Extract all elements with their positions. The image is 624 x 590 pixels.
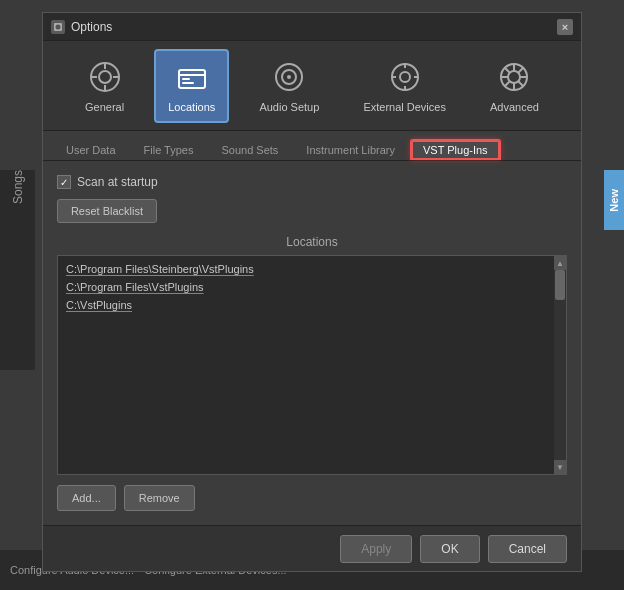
add-remove-row: Add... Remove xyxy=(57,485,567,511)
toolbar-item-external-devices[interactable]: External Devices xyxy=(349,49,460,123)
list-item[interactable]: C:\Program Files\VstPlugins xyxy=(62,278,562,296)
tab-file-types[interactable]: File Types xyxy=(131,139,207,160)
toolbar-label-general: General xyxy=(85,101,124,113)
svg-point-22 xyxy=(508,71,520,83)
svg-line-28 xyxy=(519,81,524,86)
scroll-thumb[interactable] xyxy=(555,270,565,300)
reset-blacklist-button[interactable]: Reset Blacklist xyxy=(57,199,157,223)
svg-point-3 xyxy=(99,71,111,83)
title-bar-title: Options xyxy=(71,20,557,34)
locations-header: Locations xyxy=(57,233,567,251)
locations-section: Locations C:\Program Files\Steinberg\Vst… xyxy=(57,233,567,475)
title-bar-icon xyxy=(51,20,65,34)
svg-rect-10 xyxy=(182,78,190,80)
list-item[interactable]: C:\VstPlugins xyxy=(62,296,562,314)
list-item[interactable]: C:\Program Files\Steinberg\VstPlugins xyxy=(62,260,562,278)
scroll-down-arrow[interactable]: ▼ xyxy=(554,460,566,474)
content-area: Scan at startup Reset Blacklist Location… xyxy=(43,161,581,525)
add-button[interactable]: Add... xyxy=(57,485,116,511)
ok-button[interactable]: OK xyxy=(420,535,479,563)
tab-user-data[interactable]: User Data xyxy=(53,139,129,160)
toolbar-item-general[interactable]: General xyxy=(71,49,138,123)
svg-point-14 xyxy=(287,75,291,79)
icon-toolbar: General Locations xyxy=(43,41,581,131)
locations-list[interactable]: C:\Program Files\Steinberg\VstPlugins C:… xyxy=(57,255,567,475)
svg-rect-11 xyxy=(182,82,194,84)
svg-line-30 xyxy=(505,81,510,86)
svg-point-1 xyxy=(56,24,61,29)
toolbar-item-locations[interactable]: Locations xyxy=(154,49,229,123)
svg-line-29 xyxy=(519,67,524,72)
audio-setup-icon xyxy=(271,59,307,95)
tab-sound-sets[interactable]: Sound Sets xyxy=(208,139,291,160)
scan-at-startup-row: Scan at startup xyxy=(57,175,567,189)
toolbar-item-advanced[interactable]: Advanced xyxy=(476,49,553,123)
tab-bar: User Data File Types Sound Sets Instrume… xyxy=(43,131,581,161)
toolbar-label-advanced: Advanced xyxy=(490,101,539,113)
toolbar-label-audio-setup: Audio Setup xyxy=(259,101,319,113)
tab-vst-plugins[interactable]: VST Plug-Ins xyxy=(410,139,501,160)
external-devices-icon xyxy=(387,59,423,95)
remove-button[interactable]: Remove xyxy=(124,485,195,511)
scan-at-startup-label: Scan at startup xyxy=(77,175,158,189)
toolbar-label-locations: Locations xyxy=(168,101,215,113)
sidebar-label: Songs xyxy=(11,170,25,214)
svg-point-20 xyxy=(400,72,410,82)
scroll-up-arrow[interactable]: ▲ xyxy=(554,256,566,270)
new-button[interactable]: New xyxy=(604,170,624,230)
sidebar: Songs xyxy=(0,170,35,370)
apply-button[interactable]: Apply xyxy=(340,535,412,563)
close-button[interactable]: × xyxy=(557,19,573,35)
toolbar-label-external-devices: External Devices xyxy=(363,101,446,113)
button-row: Apply OK Cancel xyxy=(43,525,581,571)
locations-icon xyxy=(174,59,210,95)
scrollbar[interactable]: ▲ ▼ xyxy=(554,256,566,474)
general-icon xyxy=(87,59,123,95)
options-dialog: Options × General xyxy=(42,12,582,572)
advanced-icon xyxy=(496,59,532,95)
scroll-track[interactable] xyxy=(554,270,566,460)
cancel-button[interactable]: Cancel xyxy=(488,535,567,563)
new-button-label: New xyxy=(608,189,620,212)
toolbar-item-audio-setup[interactable]: Audio Setup xyxy=(245,49,333,123)
svg-line-27 xyxy=(505,67,510,72)
scan-at-startup-checkbox[interactable] xyxy=(57,175,71,189)
svg-rect-9 xyxy=(179,74,205,76)
tab-instrument-library[interactable]: Instrument Library xyxy=(293,139,408,160)
title-bar: Options × xyxy=(43,13,581,41)
